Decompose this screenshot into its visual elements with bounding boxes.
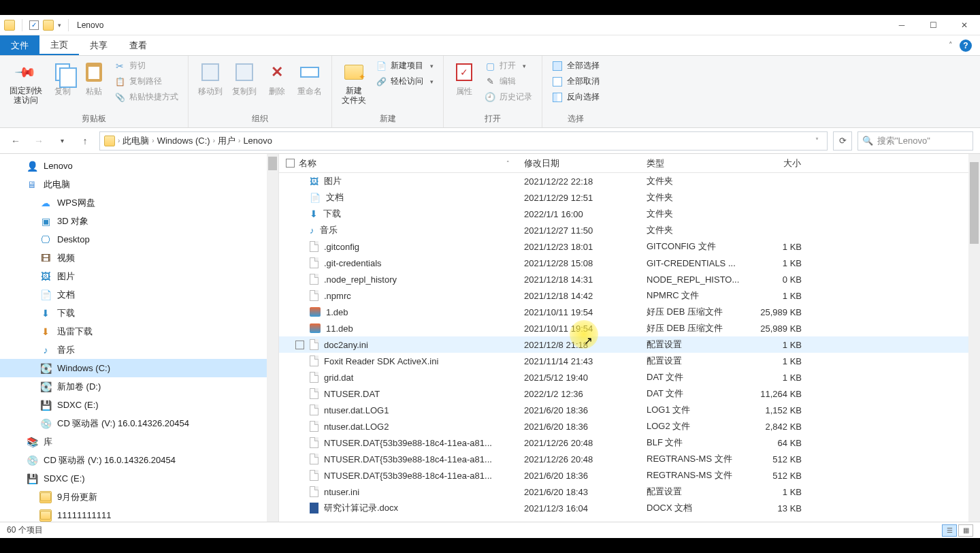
recent-button[interactable]: ▾ <box>53 132 71 150</box>
file-row[interactable]: 📄文档2021/12/29 12:51文件夹 <box>279 189 980 206</box>
selectnone-button[interactable]: 全部取消 <box>548 74 604 89</box>
breadcrumb[interactable]: Lenovo <box>243 136 272 146</box>
rename-button[interactable]: 重命名 <box>293 59 326 100</box>
file-row[interactable]: NTUSER.DAT{53b39e88-18c4-11ea-a81...2021… <box>279 451 980 467</box>
collapse-ribbon-icon[interactable]: ˄ <box>949 41 953 50</box>
header-checkbox[interactable] <box>286 159 295 168</box>
up-button[interactable]: ↑ <box>76 132 94 150</box>
close-button[interactable]: ✕ <box>949 15 980 35</box>
quick-access-toolbar: ✓ ▾ <box>0 19 71 31</box>
easyaccess-button[interactable]: 🔗轻松访问 <box>372 74 438 89</box>
address-dropdown-icon[interactable]: ˅ <box>811 137 823 144</box>
file-row[interactable]: NTUSER.DAT{53b39e88-18c4-11ea-a81...2021… <box>279 434 980 451</box>
file-row[interactable]: 研究计算记录.docx2021/12/3 16:04DOCX 文档13 KB <box>279 500 980 516</box>
tree-item[interactable]: 🖵Desktop <box>0 230 278 249</box>
properties-button[interactable]: 属性 <box>449 59 479 100</box>
cut-button[interactable]: ✂剪切 <box>110 59 182 73</box>
tree-item[interactable]: ⬇下载 <box>0 304 278 322</box>
qat-checkbox[interactable]: ✓ <box>29 20 39 30</box>
tab-share[interactable]: 共享 <box>79 35 118 55</box>
tab-view[interactable]: 查看 <box>118 35 158 55</box>
help-icon[interactable]: ? <box>960 40 972 52</box>
open-button[interactable]: ▢打开 <box>480 59 536 73</box>
tree-item[interactable]: 🖥此电脑 <box>0 175 278 193</box>
scrollbar-thumb[interactable] <box>970 162 979 244</box>
delete-button[interactable]: ✕删除 <box>262 59 292 100</box>
tree-item[interactable]: 11111111111 <box>0 506 278 522</box>
newfolder-button[interactable]: 新建 文件夹 <box>338 59 370 108</box>
tree-item[interactable]: ⬇迅雷下载 <box>0 322 278 341</box>
navigation-tree[interactable]: 👤Lenovo🖥此电脑☁WPS网盘▣3D 对象🖵Desktop🎞视频🖼图片📄文档… <box>0 154 279 522</box>
edit-button[interactable]: ✎编辑 <box>480 74 536 89</box>
file-row[interactable]: .npmrc2021/12/18 14:42NPMRC 文件1 KB <box>279 287 980 304</box>
tree-item[interactable]: 📚库 <box>0 432 278 451</box>
file-row[interactable]: ♪音乐2021/12/27 11:50文件夹 <box>279 222 980 238</box>
back-button[interactable]: ← <box>7 132 24 150</box>
tree-item[interactable]: 💾SDXC (E:) <box>0 469 278 488</box>
copypath-button[interactable]: 📋复制路径 <box>110 74 182 89</box>
tree-item[interactable]: 💽Windows (C:) <box>0 359 278 377</box>
file-row[interactable]: NTUSER.DAT{53b39e88-18c4-11ea-a81...2021… <box>279 467 980 484</box>
tree-item[interactable]: ♪音乐 <box>0 341 278 359</box>
pasteshortcut-button[interactable]: 📎粘贴快捷方式 <box>110 90 182 104</box>
icons-view-button[interactable]: ▦ <box>958 524 973 537</box>
scrollbar[interactable] <box>968 154 980 522</box>
copyto-button[interactable]: 复制到 <box>228 59 261 100</box>
breadcrumb[interactable]: Windows (C:)› <box>157 136 215 146</box>
details-view-button[interactable]: ☰ <box>942 524 957 537</box>
paste-button[interactable]: 粘贴 <box>79 59 109 100</box>
selectall-button[interactable]: 全部选择 <box>548 59 604 73</box>
moveto-button[interactable]: 移动到 <box>194 59 227 100</box>
file-row[interactable]: .node_repl_history2021/12/18 14:31NODE_R… <box>279 271 980 287</box>
file-row[interactable]: 🖼图片2021/12/22 22:18文件夹 <box>279 173 980 189</box>
tree-item[interactable]: 🖼图片 <box>0 267 278 285</box>
row-checkbox[interactable] <box>295 341 304 349</box>
search-box[interactable]: 🔍 搜索"Lenovo" <box>858 131 973 151</box>
breadcrumb[interactable]: 用户› <box>218 135 240 147</box>
moveto-label: 移动到 <box>198 86 223 97</box>
column-size[interactable]: 大小 <box>742 154 808 172</box>
tree-item[interactable]: 📄文档 <box>0 285 278 304</box>
newitem-button[interactable]: 📄新建项目 <box>372 59 438 73</box>
qat-dropdown-icon[interactable]: ▾ <box>58 22 61 29</box>
tree-item[interactable]: 💿CD 驱动器 (V:) 16.0.14326.20454 <box>0 451 278 469</box>
tree-item[interactable]: 9月份更新 <box>0 488 278 506</box>
column-type[interactable]: 类型 <box>640 154 742 172</box>
tab-home[interactable]: 主页 <box>39 35 79 55</box>
column-name[interactable]: 名称˄ <box>279 154 517 172</box>
tree-item[interactable]: 👤Lenovo <box>0 157 278 175</box>
pin-quickaccess-button[interactable]: 📌 固定到快 速访问 <box>5 59 46 108</box>
tree-item[interactable]: ☁WPS网盘 <box>0 193 278 212</box>
file-row[interactable]: grid.dat2021/5/12 19:40DAT 文件1 KB <box>279 369 980 385</box>
file-row[interactable]: ntuser.dat.LOG22021/6/20 18:36LOG2 文件2,8… <box>279 418 980 434</box>
file-row[interactable]: ntuser.ini2021/6/20 18:43配置设置1 KB <box>279 484 980 500</box>
tree-item[interactable]: 💽新加卷 (D:) <box>0 377 278 396</box>
minimize-button[interactable]: ─ <box>886 15 917 35</box>
maximize-button[interactable]: ☐ <box>917 15 949 35</box>
tree-item[interactable]: 💾SDXC (E:) <box>0 396 278 414</box>
history-button[interactable]: 🕘历史记录 <box>480 90 536 104</box>
file-row[interactable]: NTUSER.DAT2022/1/2 12:36DAT 文件11,264 KB <box>279 385 980 402</box>
file-row[interactable]: doc2any.ini2021/12/8 21:18配置设置1 KB <box>279 336 980 353</box>
forward-button[interactable]: → <box>30 132 48 150</box>
file-icon <box>310 257 318 268</box>
refresh-button[interactable]: ⟳ <box>833 131 852 151</box>
breadcrumb[interactable]: 此电脑› <box>122 135 154 147</box>
address-bar[interactable]: › 此电脑› Windows (C:)› 用户› Lenovo ˅ <box>99 131 828 151</box>
chevron-icon[interactable]: › <box>118 137 120 144</box>
tree-item[interactable]: 💿CD 驱动器 (V:) 16.0.14326.20454 <box>0 414 278 432</box>
invertsel-button[interactable]: 反向选择 <box>548 90 604 104</box>
file-row[interactable]: Foxit Reader SDK ActiveX.ini2021/11/14 2… <box>279 353 980 369</box>
scrollbar-thumb[interactable] <box>268 157 277 170</box>
file-row[interactable]: 1.deb2021/10/11 19:54好压 DEB 压缩文件25,989 K… <box>279 304 980 320</box>
file-row[interactable]: ntuser.dat.LOG12021/6/20 18:36LOG1 文件1,1… <box>279 402 980 418</box>
tree-item[interactable]: ▣3D 对象 <box>0 212 278 230</box>
file-row[interactable]: .gitconfig2021/12/23 18:01GITCONFIG 文件1 … <box>279 238 980 255</box>
file-row[interactable]: .git-credentials2021/12/28 15:08GIT-CRED… <box>279 255 980 271</box>
file-row[interactable]: 11.deb2021/10/11 19:54好压 DEB 压缩文件25,989 … <box>279 320 980 336</box>
column-date[interactable]: 修改日期 <box>517 154 640 172</box>
copy-button[interactable]: 复制 <box>48 59 78 100</box>
file-row[interactable]: ⬇下载2022/1/1 16:00文件夹 <box>279 206 980 222</box>
tab-file[interactable]: 文件 <box>0 35 39 55</box>
tree-item[interactable]: 🎞视频 <box>0 249 278 267</box>
